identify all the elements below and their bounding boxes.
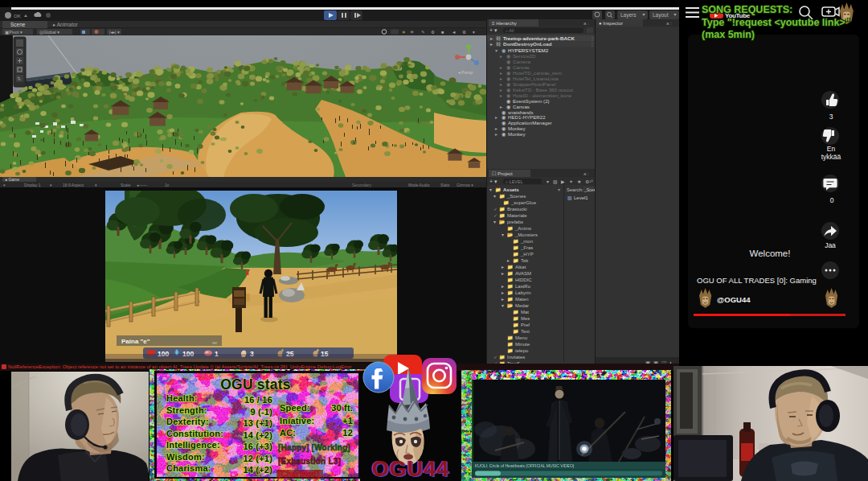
svg-text:Brastucki: Brastucki: [507, 207, 527, 212]
svg-text:Text: Text: [521, 329, 530, 334]
svg-text:◉: ◉: [502, 48, 506, 53]
svg-text:ver: ver: [212, 341, 218, 345]
svg-text:📁: 📁: [507, 296, 514, 302]
svg-text:▧: ▧: [553, 179, 558, 184]
svg-text:◉: ◉: [502, 116, 506, 121]
svg-text:📁: 📁: [507, 270, 514, 277]
svg-text:Tek: Tek: [521, 258, 529, 263]
svg-text:◎Global ▾: ◎Global ▾: [39, 30, 59, 35]
svg-text:✦: ✦: [569, 179, 573, 184]
svg-text:0: 0: [830, 196, 834, 204]
svg-text:📁: 📁: [499, 206, 506, 212]
svg-text:Aikat: Aikat: [515, 265, 526, 269]
svg-text:HotelTel_LisansLista: HotelTel_LisansLista: [513, 76, 559, 81]
svg-text:[Exhaustion L3]: [Exhaustion L3]: [278, 457, 341, 466]
svg-text:a :: a :: [583, 171, 589, 176]
svg-text:OGU OF ALL TRADES [0]: Gaming: OGU OF ALL TRADES [0]: Gaming: [697, 276, 817, 285]
svg-text:📁: 📁: [499, 193, 506, 199]
svg-text:HED1-HYPER22: HED1-HYPER22: [508, 116, 546, 121]
svg-text:Layers: Layers: [620, 12, 637, 18]
svg-text:⚙: ⚙: [431, 30, 435, 35]
svg-text:● Inspector: ● Inspector: [599, 21, 623, 26]
svg-text:📁: 📁: [507, 264, 514, 270]
svg-text:📁: 📁: [507, 290, 514, 296]
svg-text:📁: 📁: [513, 315, 519, 322]
svg-text:▾: ▾: [502, 232, 504, 237]
svg-text:Speed:: Speed:: [280, 403, 310, 413]
svg-text:EventSystem (2): EventSystem (2): [513, 99, 550, 104]
svg-text:9 (-1): 9 (-1): [251, 407, 273, 417]
svg-text:14 (+2): 14 (+2): [243, 465, 272, 475]
svg-text:▸: ▸: [500, 105, 502, 109]
svg-text:Strength:: Strength:: [166, 405, 207, 415]
svg-text:⛓: ⛓: [496, 36, 501, 41]
svg-text:Jaa: Jaa: [825, 241, 836, 249]
svg-text:Camera: Camera: [513, 60, 531, 64]
svg-text:Monkey: Monkey: [508, 133, 526, 138]
svg-text:Canvas: Canvas: [513, 65, 530, 70]
svg-text:▸: ▸: [502, 297, 504, 302]
svg-text:📂: 📂: [507, 302, 514, 309]
svg-text:_HYP: _HYP: [520, 252, 534, 257]
svg-text:+ ▾: + ▾: [489, 179, 497, 184]
svg-text:En: En: [827, 145, 836, 153]
svg-text:HYPERSYSTEM2: HYPERSYSTEM2: [508, 48, 549, 53]
svg-text:▾: ▾: [495, 48, 497, 53]
svg-text:◉: ◉: [506, 105, 510, 109]
svg-text:Invitates: Invitates: [507, 355, 525, 360]
svg-text:▸: ▸: [495, 116, 497, 121]
svg-text:Menu: Menu: [515, 335, 527, 340]
svg-text:▸: ▸: [500, 88, 502, 92]
svg-text:Maten: Maten: [515, 297, 529, 302]
svg-text:[Happy] [Working]: [Happy] [Working]: [278, 443, 350, 452]
svg-text:Iniative:: Iniative:: [280, 416, 314, 426]
svg-text:◉: ◉: [506, 76, 510, 81]
svg-text:▸: ▸: [490, 43, 493, 47]
svg-text:⚙: ⚙: [462, 30, 466, 35]
svg-text:▸: ▸: [500, 93, 502, 98]
svg-text:📁: 📁: [507, 225, 514, 232]
svg-text:⛓: ⛓: [496, 43, 501, 47]
svg-text:Paina "e": Paina "e": [121, 338, 150, 345]
svg-text:📁: 📁: [507, 341, 514, 347]
svg-text:Search:: Search:: [567, 187, 583, 192]
svg-text:◉: ◉: [506, 65, 510, 70]
svg-text:▸: ▸: [502, 284, 504, 289]
svg-text:KUOLI: Circle of Heartbeats (O: KUOLI: Circle of Heartbeats (OFFICIAL MU…: [475, 463, 575, 468]
svg-text:Mes: Mes: [521, 316, 530, 321]
svg-text:▶: ▶: [561, 179, 565, 184]
svg-text:▸: ▸: [507, 258, 510, 263]
svg-text:ApplicationManager: ApplicationManager: [508, 121, 552, 126]
svg-text:Assets: Assets: [503, 187, 519, 192]
svg-text:📁: 📁: [507, 335, 514, 341]
svg-text:Intelligence:: Intelligence:: [166, 440, 220, 450]
svg-text:▾: ▾: [493, 220, 496, 224]
svg-text:📁: 📁: [513, 238, 519, 245]
svg-text:|◂▸| ▾: |◂▸| ▾: [109, 30, 120, 35]
svg-text:Monkey: Monkey: [508, 127, 526, 132]
svg-text:_Fras: _Fras: [520, 245, 533, 250]
svg-text:Materiale: Materiale: [507, 213, 527, 218]
svg-text:a :: a :: [583, 21, 589, 26]
svg-text:a :: a :: [666, 21, 672, 26]
svg-text:✓: ✓: [493, 355, 497, 360]
svg-text:HotelTD_canvas_item: HotelTD_canvas_item: [513, 71, 562, 76]
svg-text:Service2D: Service2D: [513, 54, 536, 59]
svg-text:snatshands: snatshands: [508, 110, 534, 115]
svg-text:▾: ▾: [558, 187, 560, 192]
svg-text:KeksiTD - Base 360 noscut: KeksiTD - Base 360 noscut: [513, 88, 573, 92]
svg-text:+1: +1: [342, 416, 353, 426]
svg-text:◄: ◄: [452, 30, 456, 35]
svg-text:◉: ◉: [502, 133, 506, 138]
svg-text:▸: ▸: [502, 271, 504, 276]
svg-text:📁: 📁: [513, 309, 519, 315]
svg-text:Pref: Pref: [521, 323, 530, 327]
svg-text:_Anims: _Anims: [514, 226, 531, 231]
svg-text:✓: ✓: [493, 213, 497, 218]
svg-text:📁: 📁: [499, 354, 506, 360]
svg-text:12 (+1): 12 (+1): [243, 454, 272, 463]
svg-text:◉: ◉: [506, 93, 510, 98]
svg-text:▸: ▸: [500, 65, 502, 70]
svg-text:_superGlue: _superGlue: [510, 200, 537, 205]
svg-text:telepo: telepo: [515, 348, 529, 353]
